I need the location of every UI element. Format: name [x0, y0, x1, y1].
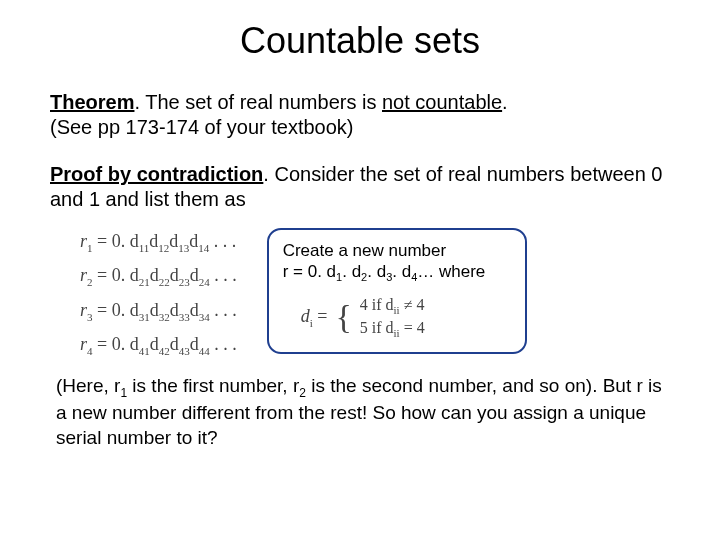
r-row-1: r1 = 0. d11d12d13d14 . . . — [80, 224, 237, 258]
di-case-2: 5 if dii = 4 — [360, 318, 425, 340]
proof-label: Proof by contradiction — [50, 163, 263, 185]
theorem-label: Theorem — [50, 91, 134, 113]
r-row-3: r3 = 0. d31d32d33d34 . . . — [80, 293, 237, 327]
slide-title: Countable sets — [50, 20, 670, 62]
di-case-1: 4 if dii ≠ 4 — [360, 295, 425, 317]
di-lhs: di = — [301, 305, 328, 330]
di-cases: 4 if dii ≠ 4 5 if dii = 4 — [360, 295, 425, 340]
di-equation: di = { 4 if dii ≠ 4 5 if dii = 4 — [301, 295, 511, 340]
r-row-2: r2 = 0. d21d22d23d24 . . . — [80, 258, 237, 292]
r-row-4: r4 = 0. d41d42d43d44 . . . — [80, 327, 237, 361]
brace-icon: { — [335, 302, 351, 333]
see-reference: (See pp 173-174 of your textbook) — [50, 116, 354, 138]
callout-line1: Create a new number — [283, 240, 511, 261]
slide: Countable sets Theorem. The set of real … — [0, 0, 720, 471]
theorem-text-a: . The set of real numbers is — [134, 91, 382, 113]
callout-box: Create a new number r = 0. d1. d2. d3. d… — [267, 228, 527, 354]
closing-paragraph: (Here, r1 is the first number, r2 is the… — [50, 374, 670, 451]
proof-paragraph: Proof by contradiction. Consider the set… — [50, 162, 670, 212]
r-list: r1 = 0. d11d12d13d14 . . . r2 = 0. d21d2… — [50, 224, 237, 362]
theorem-text-b: not countable — [382, 91, 502, 113]
callout-line2: r = 0. d1. d2. d3. d4… where — [283, 261, 511, 285]
theorem-paragraph: Theorem. The set of real numbers is not … — [50, 90, 670, 140]
theorem-text-c: . — [502, 91, 508, 113]
middle-row: r1 = 0. d11d12d13d14 . . . r2 = 0. d21d2… — [50, 224, 670, 362]
